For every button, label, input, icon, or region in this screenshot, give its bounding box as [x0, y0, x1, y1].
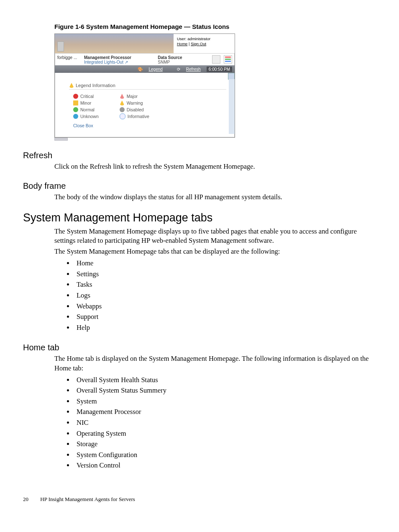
timestamp: 6:00:50 PM — [207, 67, 232, 72]
legend-item: Minor — [80, 100, 91, 106]
list-item: Help — [74, 322, 376, 333]
list-item: NIC — [74, 417, 376, 428]
para: The System Management Homepage displays … — [54, 227, 376, 246]
legend-item: Critical — [80, 93, 94, 100]
refresh-link[interactable]: Refresh — [186, 67, 201, 72]
hostname-cell: forbigge ... — [57, 55, 82, 60]
tabs-list: Home Settings Tasks Logs Webapps Support… — [68, 258, 376, 333]
legend-swatch-icon[interactable] — [224, 55, 232, 64]
printer-icon[interactable] — [212, 55, 220, 64]
para: Click on the Refresh link to refresh the… — [54, 162, 376, 171]
list-item: Management Processor — [74, 406, 376, 417]
legend-item: Normal — [80, 106, 95, 113]
banner-image — [55, 34, 174, 53]
legend-item: Warning — [127, 100, 143, 106]
list-item: Overall System Health Status — [74, 375, 376, 386]
minor-icon — [73, 100, 78, 105]
home-list: Overall System Health Status Overall Sys… — [68, 375, 376, 471]
major-icon — [120, 94, 125, 99]
ds-value: SNMP — [158, 60, 209, 64]
heading-body-frame: Body frame — [23, 181, 376, 191]
user-label: User: administrator — [177, 36, 231, 41]
list-item: Tasks — [74, 279, 376, 290]
disabled-icon — [120, 107, 125, 112]
signout-link[interactable]: Sign Out — [191, 41, 206, 46]
unknown-icon — [73, 114, 78, 119]
screenshot: User: administrator Home | Sign Out forb… — [54, 33, 235, 138]
refresh-icon: ⟳ — [177, 67, 180, 72]
legend-info-title: Legend Information — [76, 83, 115, 88]
para: The System Management Homepage tabs that… — [54, 247, 376, 256]
home-link[interactable]: Home — [177, 41, 187, 46]
list-item: Webapps — [74, 301, 376, 312]
scrollbar[interactable] — [229, 79, 235, 134]
list-item: Overall System Status Summery — [74, 385, 376, 396]
user-box: User: administrator Home | Sign Out — [174, 34, 235, 53]
page-number: 20 — [23, 496, 39, 503]
ds-head: Data Source — [158, 55, 209, 60]
list-item: System — [74, 396, 376, 407]
critical-icon — [73, 94, 78, 99]
heading-smh-tabs: System Management Homepage tabs — [23, 211, 376, 224]
figure-caption: Figure 1-6 System Management Homepage — … — [54, 23, 376, 30]
list-item: Storage — [74, 439, 376, 450]
mp-head: Management Processor — [84, 55, 155, 60]
list-item: Settings — [74, 269, 376, 280]
normal-icon — [73, 107, 78, 112]
para: The body of the window displays the stat… — [54, 193, 376, 202]
legend-item: Unknown — [80, 113, 99, 120]
warning-icon — [69, 83, 74, 88]
mp-link[interactable]: Integrated Lights-Out ↗ — [84, 60, 155, 64]
heading-refresh: Refresh — [23, 151, 376, 160]
legend-item: Disabled — [127, 106, 144, 113]
palette-icon: 🎨 — [138, 67, 143, 72]
informative-icon — [120, 113, 125, 119]
list-item: Logs — [74, 290, 376, 301]
list-item: Home — [74, 258, 376, 269]
heading-home-tab: Home tab — [23, 343, 376, 352]
legend-item: Informative — [128, 113, 149, 120]
list-item: System Configuration — [74, 450, 376, 460]
page-footer: 20 HP Insight Management Agents for Serv… — [23, 496, 376, 503]
scroll-up-icon[interactable] — [228, 73, 235, 80]
legend-item: Major — [127, 93, 138, 100]
footer-title: HP Insight Management Agents for Servers — [40, 496, 135, 502]
para: The Home tab is displayed on the System … — [54, 354, 376, 373]
list-item: Support — [74, 311, 376, 322]
warning-icon — [120, 100, 125, 105]
close-box-link[interactable]: Close Box — [69, 121, 226, 128]
list-item: Operating System — [74, 428, 376, 439]
legend-link[interactable]: Legend — [148, 67, 162, 72]
list-item: Version Control — [74, 460, 376, 471]
resize-grip-icon — [54, 138, 68, 141]
